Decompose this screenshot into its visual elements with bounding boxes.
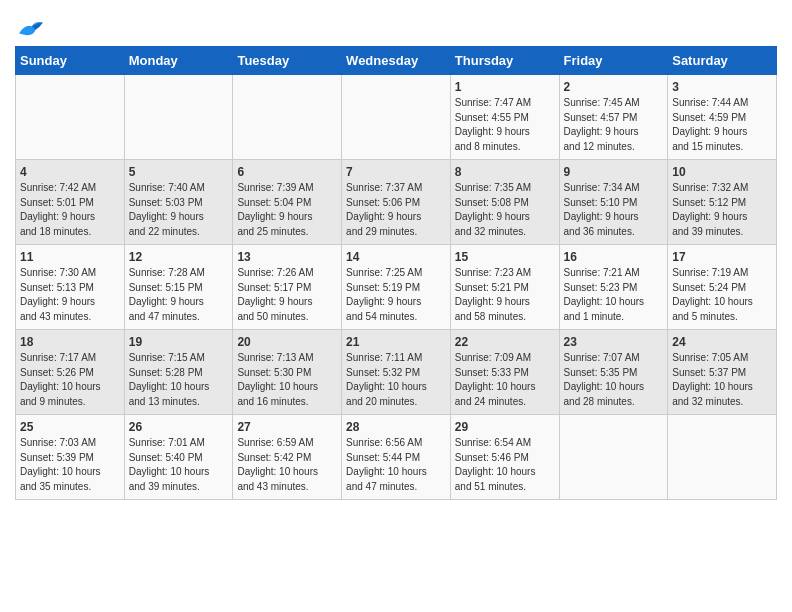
calendar-cell — [668, 415, 777, 500]
day-number: 2 — [564, 80, 664, 94]
day-number: 1 — [455, 80, 555, 94]
day-number: 19 — [129, 335, 229, 349]
week-row-2: 4Sunrise: 7:42 AM Sunset: 5:01 PM Daylig… — [16, 160, 777, 245]
day-info: Sunrise: 7:25 AM Sunset: 5:19 PM Dayligh… — [346, 266, 446, 324]
day-number: 8 — [455, 165, 555, 179]
calendar-cell: 14Sunrise: 7:25 AM Sunset: 5:19 PM Dayli… — [342, 245, 451, 330]
day-number: 29 — [455, 420, 555, 434]
header-row: SundayMondayTuesdayWednesdayThursdayFrid… — [16, 47, 777, 75]
day-number: 23 — [564, 335, 664, 349]
header-day-tuesday: Tuesday — [233, 47, 342, 75]
day-info: Sunrise: 7:09 AM Sunset: 5:33 PM Dayligh… — [455, 351, 555, 409]
day-number: 4 — [20, 165, 120, 179]
calendar-cell: 4Sunrise: 7:42 AM Sunset: 5:01 PM Daylig… — [16, 160, 125, 245]
calendar-cell: 11Sunrise: 7:30 AM Sunset: 5:13 PM Dayli… — [16, 245, 125, 330]
day-number: 16 — [564, 250, 664, 264]
calendar-cell: 1Sunrise: 7:47 AM Sunset: 4:55 PM Daylig… — [450, 75, 559, 160]
header-day-wednesday: Wednesday — [342, 47, 451, 75]
day-info: Sunrise: 6:59 AM Sunset: 5:42 PM Dayligh… — [237, 436, 337, 494]
calendar-table: SundayMondayTuesdayWednesdayThursdayFrid… — [15, 46, 777, 500]
calendar-cell: 27Sunrise: 6:59 AM Sunset: 5:42 PM Dayli… — [233, 415, 342, 500]
day-number: 6 — [237, 165, 337, 179]
day-info: Sunrise: 7:03 AM Sunset: 5:39 PM Dayligh… — [20, 436, 120, 494]
day-number: 17 — [672, 250, 772, 264]
header-day-saturday: Saturday — [668, 47, 777, 75]
day-info: Sunrise: 7:17 AM Sunset: 5:26 PM Dayligh… — [20, 351, 120, 409]
day-number: 15 — [455, 250, 555, 264]
calendar-cell: 23Sunrise: 7:07 AM Sunset: 5:35 PM Dayli… — [559, 330, 668, 415]
calendar-cell: 22Sunrise: 7:09 AM Sunset: 5:33 PM Dayli… — [450, 330, 559, 415]
calendar-cell: 13Sunrise: 7:26 AM Sunset: 5:17 PM Dayli… — [233, 245, 342, 330]
calendar-cell: 7Sunrise: 7:37 AM Sunset: 5:06 PM Daylig… — [342, 160, 451, 245]
calendar-cell: 28Sunrise: 6:56 AM Sunset: 5:44 PM Dayli… — [342, 415, 451, 500]
calendar-cell: 12Sunrise: 7:28 AM Sunset: 5:15 PM Dayli… — [124, 245, 233, 330]
calendar-cell — [16, 75, 125, 160]
header-day-sunday: Sunday — [16, 47, 125, 75]
calendar-cell: 8Sunrise: 7:35 AM Sunset: 5:08 PM Daylig… — [450, 160, 559, 245]
day-number: 26 — [129, 420, 229, 434]
calendar-cell: 17Sunrise: 7:19 AM Sunset: 5:24 PM Dayli… — [668, 245, 777, 330]
calendar-cell: 21Sunrise: 7:11 AM Sunset: 5:32 PM Dayli… — [342, 330, 451, 415]
day-info: Sunrise: 7:28 AM Sunset: 5:15 PM Dayligh… — [129, 266, 229, 324]
day-number: 27 — [237, 420, 337, 434]
calendar-cell: 25Sunrise: 7:03 AM Sunset: 5:39 PM Dayli… — [16, 415, 125, 500]
day-info: Sunrise: 7:23 AM Sunset: 5:21 PM Dayligh… — [455, 266, 555, 324]
day-number: 24 — [672, 335, 772, 349]
day-info: Sunrise: 7:05 AM Sunset: 5:37 PM Dayligh… — [672, 351, 772, 409]
day-info: Sunrise: 7:01 AM Sunset: 5:40 PM Dayligh… — [129, 436, 229, 494]
page-header — [15, 10, 777, 40]
day-number: 14 — [346, 250, 446, 264]
day-number: 10 — [672, 165, 772, 179]
day-number: 18 — [20, 335, 120, 349]
calendar-cell: 9Sunrise: 7:34 AM Sunset: 5:10 PM Daylig… — [559, 160, 668, 245]
day-info: Sunrise: 7:26 AM Sunset: 5:17 PM Dayligh… — [237, 266, 337, 324]
day-info: Sunrise: 7:15 AM Sunset: 5:28 PM Dayligh… — [129, 351, 229, 409]
calendar-header: SundayMondayTuesdayWednesdayThursdayFrid… — [16, 47, 777, 75]
calendar-body: 1Sunrise: 7:47 AM Sunset: 4:55 PM Daylig… — [16, 75, 777, 500]
calendar-cell: 6Sunrise: 7:39 AM Sunset: 5:04 PM Daylig… — [233, 160, 342, 245]
day-info: Sunrise: 7:21 AM Sunset: 5:23 PM Dayligh… — [564, 266, 664, 324]
header-day-monday: Monday — [124, 47, 233, 75]
calendar-cell: 15Sunrise: 7:23 AM Sunset: 5:21 PM Dayli… — [450, 245, 559, 330]
day-number: 28 — [346, 420, 446, 434]
day-info: Sunrise: 7:07 AM Sunset: 5:35 PM Dayligh… — [564, 351, 664, 409]
calendar-cell: 18Sunrise: 7:17 AM Sunset: 5:26 PM Dayli… — [16, 330, 125, 415]
calendar-cell — [233, 75, 342, 160]
day-number: 21 — [346, 335, 446, 349]
day-info: Sunrise: 7:19 AM Sunset: 5:24 PM Dayligh… — [672, 266, 772, 324]
calendar-cell — [342, 75, 451, 160]
calendar-cell: 5Sunrise: 7:40 AM Sunset: 5:03 PM Daylig… — [124, 160, 233, 245]
day-info: Sunrise: 7:47 AM Sunset: 4:55 PM Dayligh… — [455, 96, 555, 154]
day-info: Sunrise: 7:44 AM Sunset: 4:59 PM Dayligh… — [672, 96, 772, 154]
week-row-3: 11Sunrise: 7:30 AM Sunset: 5:13 PM Dayli… — [16, 245, 777, 330]
day-number: 3 — [672, 80, 772, 94]
calendar-cell: 3Sunrise: 7:44 AM Sunset: 4:59 PM Daylig… — [668, 75, 777, 160]
day-info: Sunrise: 7:13 AM Sunset: 5:30 PM Dayligh… — [237, 351, 337, 409]
day-number: 5 — [129, 165, 229, 179]
calendar-cell: 24Sunrise: 7:05 AM Sunset: 5:37 PM Dayli… — [668, 330, 777, 415]
day-number: 9 — [564, 165, 664, 179]
calendar-cell — [559, 415, 668, 500]
header-day-thursday: Thursday — [450, 47, 559, 75]
calendar-cell: 29Sunrise: 6:54 AM Sunset: 5:46 PM Dayli… — [450, 415, 559, 500]
day-number: 25 — [20, 420, 120, 434]
day-info: Sunrise: 7:11 AM Sunset: 5:32 PM Dayligh… — [346, 351, 446, 409]
day-number: 11 — [20, 250, 120, 264]
day-info: Sunrise: 7:42 AM Sunset: 5:01 PM Dayligh… — [20, 181, 120, 239]
day-number: 7 — [346, 165, 446, 179]
day-info: Sunrise: 7:32 AM Sunset: 5:12 PM Dayligh… — [672, 181, 772, 239]
calendar-cell: 16Sunrise: 7:21 AM Sunset: 5:23 PM Dayli… — [559, 245, 668, 330]
calendar-cell: 26Sunrise: 7:01 AM Sunset: 5:40 PM Dayli… — [124, 415, 233, 500]
week-row-1: 1Sunrise: 7:47 AM Sunset: 4:55 PM Daylig… — [16, 75, 777, 160]
calendar-cell: 2Sunrise: 7:45 AM Sunset: 4:57 PM Daylig… — [559, 75, 668, 160]
calendar-cell: 20Sunrise: 7:13 AM Sunset: 5:30 PM Dayli… — [233, 330, 342, 415]
day-number: 12 — [129, 250, 229, 264]
day-info: Sunrise: 7:34 AM Sunset: 5:10 PM Dayligh… — [564, 181, 664, 239]
logo — [15, 16, 45, 40]
day-info: Sunrise: 7:40 AM Sunset: 5:03 PM Dayligh… — [129, 181, 229, 239]
day-number: 20 — [237, 335, 337, 349]
day-number: 13 — [237, 250, 337, 264]
day-info: Sunrise: 7:45 AM Sunset: 4:57 PM Dayligh… — [564, 96, 664, 154]
calendar-cell: 19Sunrise: 7:15 AM Sunset: 5:28 PM Dayli… — [124, 330, 233, 415]
day-info: Sunrise: 6:54 AM Sunset: 5:46 PM Dayligh… — [455, 436, 555, 494]
